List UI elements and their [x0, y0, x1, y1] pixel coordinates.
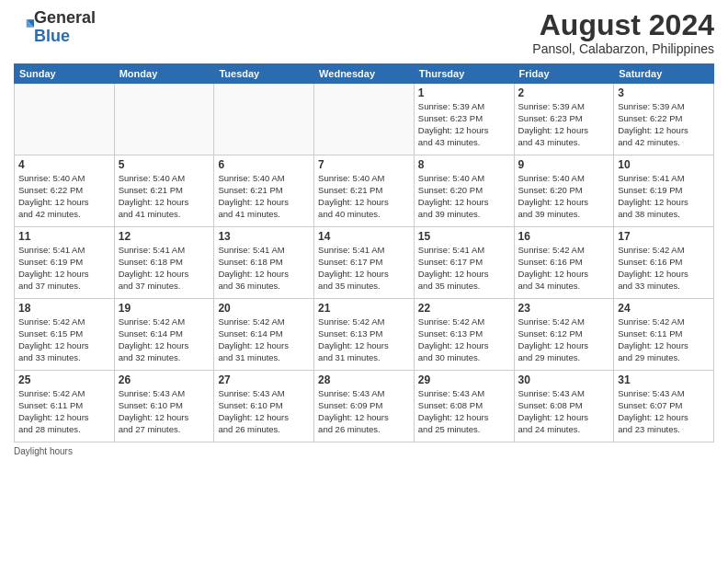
week-row-5: 25Sunrise: 5:42 AM Sunset: 6:11 PM Dayli…	[15, 371, 714, 442]
calendar-cell: 9Sunrise: 5:40 AM Sunset: 6:20 PM Daylig…	[514, 155, 614, 227]
day-info: Sunrise: 5:43 AM Sunset: 6:07 PM Dayligh…	[618, 388, 710, 435]
day-info: Sunrise: 5:42 AM Sunset: 6:11 PM Dayligh…	[618, 316, 710, 363]
day-number: 3	[618, 86, 710, 99]
day-info: Sunrise: 5:42 AM Sunset: 6:14 PM Dayligh…	[119, 316, 210, 363]
day-info: Sunrise: 5:43 AM Sunset: 6:08 PM Dayligh…	[518, 388, 610, 435]
location-subtitle: Pansol, Calabarzon, Philippines	[532, 41, 714, 56]
day-number: 16	[518, 230, 610, 243]
day-number: 8	[418, 158, 510, 171]
calendar-cell: 15Sunrise: 5:41 AM Sunset: 6:17 PM Dayli…	[414, 227, 514, 299]
calendar-cell	[15, 84, 115, 155]
day-header-friday: Friday	[514, 64, 614, 84]
calendar-cell: 18Sunrise: 5:42 AM Sunset: 6:15 PM Dayli…	[15, 299, 115, 371]
calendar-cell: 23Sunrise: 5:42 AM Sunset: 6:12 PM Dayli…	[514, 299, 614, 371]
calendar-cell: 13Sunrise: 5:41 AM Sunset: 6:18 PM Dayli…	[214, 227, 314, 299]
calendar-cell: 3Sunrise: 5:39 AM Sunset: 6:22 PM Daylig…	[614, 84, 714, 155]
day-info: Sunrise: 5:39 AM Sunset: 6:23 PM Dayligh…	[518, 101, 610, 148]
calendar-cell: 1Sunrise: 5:39 AM Sunset: 6:23 PM Daylig…	[414, 84, 514, 155]
calendar-cell: 6Sunrise: 5:40 AM Sunset: 6:21 PM Daylig…	[214, 155, 314, 227]
calendar-cell: 14Sunrise: 5:41 AM Sunset: 6:17 PM Dayli…	[314, 227, 415, 299]
calendar-cell	[214, 84, 314, 155]
day-number: 22	[418, 302, 510, 315]
day-number: 23	[518, 302, 610, 315]
day-info: Sunrise: 5:42 AM Sunset: 6:11 PM Dayligh…	[18, 388, 110, 435]
day-number: 17	[618, 230, 710, 243]
calendar-cell: 11Sunrise: 5:41 AM Sunset: 6:19 PM Dayli…	[15, 227, 115, 299]
day-number: 26	[119, 373, 210, 386]
day-number: 25	[18, 373, 110, 386]
calendar-page: General Blue August 2024 Pansol, Calabar…	[0, 0, 728, 563]
day-info: Sunrise: 5:41 AM Sunset: 6:19 PM Dayligh…	[18, 245, 110, 292]
week-row-1: 1Sunrise: 5:39 AM Sunset: 6:23 PM Daylig…	[15, 84, 714, 155]
day-number: 24	[618, 302, 710, 315]
day-info: Sunrise: 5:42 AM Sunset: 6:16 PM Dayligh…	[618, 245, 710, 292]
day-header-sunday: Sunday	[15, 64, 115, 84]
day-number: 27	[218, 373, 310, 386]
week-row-2: 4Sunrise: 5:40 AM Sunset: 6:22 PM Daylig…	[15, 155, 714, 227]
day-number: 14	[318, 230, 410, 243]
day-info: Sunrise: 5:41 AM Sunset: 6:17 PM Dayligh…	[418, 245, 510, 292]
day-info: Sunrise: 5:41 AM Sunset: 6:18 PM Dayligh…	[119, 245, 210, 292]
day-info: Sunrise: 5:42 AM Sunset: 6:15 PM Dayligh…	[18, 316, 110, 363]
day-number: 5	[119, 158, 210, 171]
day-header-saturday: Saturday	[614, 64, 714, 84]
logo-general-text: General	[34, 8, 96, 27]
day-header-wednesday: Wednesday	[314, 64, 415, 84]
day-header-thursday: Thursday	[414, 64, 514, 84]
day-number: 6	[218, 158, 310, 171]
day-info: Sunrise: 5:40 AM Sunset: 6:21 PM Dayligh…	[119, 173, 210, 220]
calendar-cell: 19Sunrise: 5:42 AM Sunset: 6:14 PM Dayli…	[114, 299, 214, 371]
footer-note: Daylight hours	[14, 446, 714, 456]
day-number: 20	[218, 302, 310, 315]
day-info: Sunrise: 5:40 AM Sunset: 6:20 PM Dayligh…	[518, 173, 610, 220]
calendar-cell: 8Sunrise: 5:40 AM Sunset: 6:20 PM Daylig…	[414, 155, 514, 227]
day-number: 19	[119, 302, 210, 315]
calendar-cell: 21Sunrise: 5:42 AM Sunset: 6:13 PM Dayli…	[314, 299, 415, 371]
day-info: Sunrise: 5:41 AM Sunset: 6:18 PM Dayligh…	[218, 245, 310, 292]
calendar-cell	[314, 84, 415, 155]
day-info: Sunrise: 5:41 AM Sunset: 6:19 PM Dayligh…	[618, 173, 710, 220]
day-number: 4	[18, 158, 110, 171]
calendar-cell: 30Sunrise: 5:43 AM Sunset: 6:08 PM Dayli…	[514, 371, 614, 442]
calendar-cell: 25Sunrise: 5:42 AM Sunset: 6:11 PM Dayli…	[15, 371, 115, 442]
logo-blue-text: Blue	[34, 27, 70, 45]
calendar-cell: 29Sunrise: 5:43 AM Sunset: 6:08 PM Dayli…	[414, 371, 514, 442]
day-info: Sunrise: 5:43 AM Sunset: 6:10 PM Dayligh…	[218, 388, 310, 435]
day-number: 15	[418, 230, 510, 243]
calendar-cell: 31Sunrise: 5:43 AM Sunset: 6:07 PM Dayli…	[614, 371, 714, 442]
calendar-cell: 16Sunrise: 5:42 AM Sunset: 6:16 PM Dayli…	[514, 227, 614, 299]
day-number: 21	[318, 302, 410, 315]
day-number: 10	[618, 158, 710, 171]
calendar-cell: 22Sunrise: 5:42 AM Sunset: 6:13 PM Dayli…	[414, 299, 514, 371]
logo: General Blue	[14, 9, 96, 46]
week-row-4: 18Sunrise: 5:42 AM Sunset: 6:15 PM Dayli…	[15, 299, 714, 371]
day-number: 7	[318, 158, 410, 171]
header-row: SundayMondayTuesdayWednesdayThursdayFrid…	[15, 64, 714, 84]
day-info: Sunrise: 5:43 AM Sunset: 6:10 PM Dayligh…	[119, 388, 210, 435]
day-info: Sunrise: 5:41 AM Sunset: 6:17 PM Dayligh…	[318, 245, 410, 292]
day-number: 13	[218, 230, 310, 243]
day-number: 2	[518, 86, 610, 99]
week-row-3: 11Sunrise: 5:41 AM Sunset: 6:19 PM Dayli…	[15, 227, 714, 299]
day-info: Sunrise: 5:42 AM Sunset: 6:13 PM Dayligh…	[418, 316, 510, 363]
day-info: Sunrise: 5:40 AM Sunset: 6:20 PM Dayligh…	[418, 173, 510, 220]
calendar-cell: 26Sunrise: 5:43 AM Sunset: 6:10 PM Dayli…	[114, 371, 214, 442]
day-number: 9	[518, 158, 610, 171]
calendar-cell: 7Sunrise: 5:40 AM Sunset: 6:21 PM Daylig…	[314, 155, 415, 227]
day-number: 11	[18, 230, 110, 243]
day-number: 31	[618, 373, 710, 386]
calendar-cell: 12Sunrise: 5:41 AM Sunset: 6:18 PM Dayli…	[114, 227, 214, 299]
day-info: Sunrise: 5:42 AM Sunset: 6:16 PM Dayligh…	[518, 245, 610, 292]
day-number: 18	[18, 302, 110, 315]
day-info: Sunrise: 5:40 AM Sunset: 6:21 PM Dayligh…	[218, 173, 310, 220]
day-info: Sunrise: 5:42 AM Sunset: 6:14 PM Dayligh…	[218, 316, 310, 363]
day-info: Sunrise: 5:43 AM Sunset: 6:08 PM Dayligh…	[418, 388, 510, 435]
calendar-cell: 24Sunrise: 5:42 AM Sunset: 6:11 PM Dayli…	[614, 299, 714, 371]
day-number: 1	[418, 86, 510, 99]
day-header-tuesday: Tuesday	[214, 64, 314, 84]
day-number: 30	[518, 373, 610, 386]
day-info: Sunrise: 5:39 AM Sunset: 6:23 PM Dayligh…	[418, 101, 510, 148]
day-info: Sunrise: 5:39 AM Sunset: 6:22 PM Dayligh…	[618, 101, 710, 148]
calendar-cell: 28Sunrise: 5:43 AM Sunset: 6:09 PM Dayli…	[314, 371, 415, 442]
header: General Blue August 2024 Pansol, Calabar…	[14, 9, 714, 56]
